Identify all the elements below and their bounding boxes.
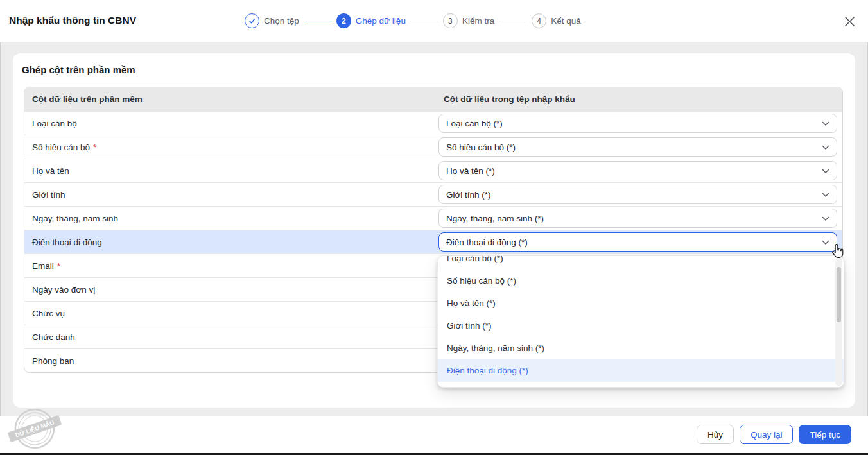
column-mapping-select[interactable]: Họ và tên (*) [438, 161, 837, 180]
row-label: Số hiệu cán bộ [32, 142, 90, 152]
step-number: 4 [532, 13, 546, 28]
required-mark: * [57, 261, 60, 271]
table-header-row: Cột dữ liệu trên phần mềm Cột dữ liệu tr… [24, 87, 842, 111]
column-header-software: Cột dữ liệu trên phần mềm [24, 94, 433, 104]
select-value: Loại cán bộ (*) [446, 119, 503, 128]
step-connector [410, 21, 438, 22]
close-icon[interactable] [843, 15, 856, 28]
table-row: Họ và tên Họ và tên (*) [24, 159, 842, 182]
table-row-active: Điện thoại di động Điện thoại di động (*… [24, 230, 842, 253]
step-label: Chọn tệp [264, 16, 299, 26]
dialog-footer: Hủy Quay lại Tiếp tục [0, 416, 868, 453]
row-label: Chức vụ [32, 309, 65, 318]
chevron-down-icon [822, 142, 829, 152]
row-label: Email [32, 261, 54, 271]
row-label: Phòng ban [32, 356, 74, 366]
select-value: Điện thoại di động (*) [446, 237, 528, 247]
row-label: Chức danh [32, 332, 75, 342]
column-mapping-select[interactable]: Số hiệu cán bộ (*) [438, 137, 837, 157]
select-value: Họ và tên (*) [446, 166, 495, 176]
table-row: Ngày, tháng, năm sinh Ngày, tháng, năm s… [24, 206, 842, 230]
chevron-down-icon [822, 166, 829, 176]
row-label: Giới tính [32, 190, 65, 200]
continue-button[interactable]: Tiếp tục [799, 425, 851, 444]
row-label: Loại cán bộ [32, 119, 77, 128]
column-mapping-select[interactable]: Loại cán bộ (*) [438, 114, 837, 133]
column-mapping-select-open[interactable]: Điện thoại di động (*) [438, 232, 837, 252]
step-chon-tep[interactable]: Chọn tệp [245, 13, 299, 28]
dropdown-option[interactable]: Họ và tên (*) [438, 292, 844, 314]
import-wizard-dialog: { "header": { "title": "Nhập khẩu thông … [0, 0, 868, 455]
dropdown-option[interactable]: Giới tính (*) [438, 314, 844, 337]
page-title: Nhập khẩu thông tin CBNV [9, 15, 136, 26]
sample-data-watermark-stamp: DỮ LIỆU MẪU [6, 404, 63, 455]
dropdown-option[interactable]: Loại cán bộ (*) [438, 255, 844, 270]
select-value: Ngày, tháng, năm sinh (*) [446, 214, 544, 223]
column-header-file: Cột dữ liệu trong tệp nhập khẩu [433, 94, 842, 104]
step-kiem-tra[interactable]: 3 Kiểm tra [443, 13, 494, 28]
select-value: Số hiệu cán bộ (*) [446, 142, 516, 152]
step-label: Ghép dữ liệu [356, 16, 406, 26]
cancel-button[interactable]: Hủy [697, 425, 734, 444]
chevron-down-icon [822, 237, 829, 247]
dropdown-option[interactable]: Số hiệu cán bộ (*) [438, 270, 844, 292]
dropdown-option-selected[interactable]: Điện thoại di động (*) [438, 359, 844, 382]
step-ket-qua[interactable]: 4 Kết quả [532, 13, 581, 28]
chevron-down-icon [822, 119, 829, 128]
row-label: Ngày vào đơn vị [32, 285, 95, 295]
step-label: Kết quả [551, 16, 581, 26]
step-done-check-icon [245, 13, 259, 28]
chevron-down-icon [822, 214, 829, 223]
dialog-header: Nhập khẩu thông tin CBNV Chọn tệp 2 Ghép… [0, 0, 868, 42]
column-mapping-select[interactable]: Giới tính (*) [438, 185, 837, 204]
row-label: Điện thoại di động [32, 237, 102, 247]
row-label: Ngày, tháng, năm sinh [32, 214, 118, 223]
step-ghep-du-lieu[interactable]: 2 Ghép dữ liệu [336, 13, 406, 28]
row-label: Họ và tên [32, 166, 69, 176]
dropdown-option[interactable]: Ngày, tháng, năm sinh (*) [438, 337, 844, 359]
step-number: 3 [443, 13, 458, 28]
select-dropdown-panel: Loại cán bộ (*) Số hiệu cán bộ (*) Họ và… [437, 255, 844, 388]
section-title: Ghép cột trên phần mềm [22, 64, 135, 75]
select-value: Giới tính (*) [446, 190, 491, 200]
chevron-down-icon [822, 190, 829, 200]
required-mark: * [93, 142, 96, 152]
dropdown-options-list: Loại cán bộ (*) Số hiệu cán bộ (*) Họ và… [438, 255, 844, 382]
table-row: Loại cán bộ Loại cán bộ (*) [24, 111, 842, 135]
step-connector [304, 21, 332, 22]
back-button[interactable]: Quay lại [740, 425, 794, 444]
wizard-stepper: Chọn tệp 2 Ghép dữ liệu 3 Kiểm tra 4 Kết… [245, 0, 581, 42]
step-label: Kiểm tra [462, 16, 494, 26]
column-mapping-select[interactable]: Ngày, tháng, năm sinh (*) [438, 209, 837, 228]
table-row: Giới tính Giới tính (*) [24, 182, 842, 206]
step-number: 2 [336, 13, 351, 28]
dropdown-scrollbar-thumb[interactable] [837, 267, 841, 322]
step-connector [499, 21, 527, 22]
table-row: Số hiệu cán bộ* Số hiệu cán bộ (*) [24, 135, 842, 159]
